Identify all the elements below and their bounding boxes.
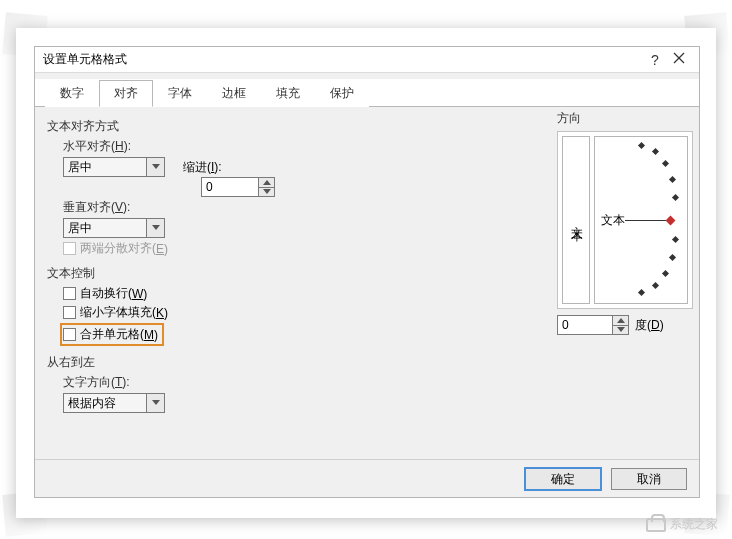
svg-marker-6: [152, 400, 160, 405]
tab-alignment[interactable]: 对齐: [99, 80, 153, 107]
house-icon: [646, 518, 666, 532]
chevron-down-icon: [146, 158, 164, 176]
vertical-align-combo[interactable]: 居中: [63, 218, 165, 238]
degree-value: 0: [558, 316, 612, 334]
text-direction-value: 根据内容: [64, 394, 146, 412]
dial-label: 文本: [601, 212, 625, 229]
svg-marker-7: [617, 318, 625, 323]
dialog-title: 设置单元格格式: [43, 51, 643, 68]
orientation-panel: 方向 文本 文本: [557, 107, 693, 335]
checkbox-icon: [63, 328, 76, 341]
dial-needle: [625, 220, 669, 221]
help-button[interactable]: ?: [643, 52, 667, 68]
svg-marker-2: [152, 164, 160, 169]
indent-value: 0: [202, 178, 258, 196]
spinner-down-icon[interactable]: [259, 188, 274, 197]
spinner-up-icon[interactable]: [259, 178, 274, 188]
close-icon: [673, 52, 685, 64]
checkbox-icon: [63, 287, 76, 300]
chevron-down-icon: [146, 394, 164, 412]
text-direction-label: 文字方向(T):: [63, 374, 687, 391]
vertical-align-value: 居中: [64, 219, 146, 237]
tab-border[interactable]: 边框: [207, 80, 261, 107]
dialog-button-bar: 确定 取消: [35, 459, 699, 497]
watermark: 系统之家: [646, 516, 718, 533]
spinner-down-icon[interactable]: [613, 326, 628, 335]
dial-end-marker: [666, 216, 676, 226]
svg-marker-5: [152, 225, 160, 230]
svg-marker-3: [263, 180, 271, 185]
ok-button[interactable]: 确定: [525, 468, 601, 490]
indent-spinner[interactable]: 0: [201, 177, 275, 197]
text-direction-combo[interactable]: 根据内容: [63, 393, 165, 413]
horizontal-align-combo[interactable]: 居中: [63, 157, 165, 177]
orientation-dial[interactable]: 文本: [594, 136, 688, 304]
tab-fill[interactable]: 填充: [261, 80, 315, 107]
indent-label: 缩进(I):: [183, 159, 222, 176]
title-bar: 设置单元格格式 ?: [35, 47, 699, 73]
checkbox-icon: [63, 242, 76, 255]
cancel-button[interactable]: 取消: [611, 468, 687, 490]
svg-marker-8: [617, 327, 625, 332]
horizontal-align-value: 居中: [64, 158, 146, 176]
rtl-group: 从右到左: [47, 354, 687, 371]
spinner-up-icon[interactable]: [613, 316, 628, 326]
chevron-down-icon: [146, 219, 164, 237]
merge-cells-checkbox[interactable]: 合并单元格(M): [60, 323, 164, 346]
vertical-text-button[interactable]: 文本: [562, 136, 590, 304]
checkbox-icon: [63, 306, 76, 319]
close-button[interactable]: [667, 52, 691, 67]
tab-strip: 数字 对齐 字体 边框 填充 保护: [35, 79, 699, 107]
tab-font[interactable]: 字体: [153, 80, 207, 107]
degree-label: 度(D): [635, 317, 664, 334]
degree-spinner[interactable]: 0: [557, 315, 629, 335]
orientation-group: 方向: [557, 110, 693, 127]
tab-protection[interactable]: 保护: [315, 80, 369, 107]
svg-marker-4: [263, 189, 271, 194]
tab-number[interactable]: 数字: [45, 80, 99, 107]
format-cells-dialog: 设置单元格格式 ? 数字 对齐 字体 边框 填充 保护 文本对齐方式 水平对齐(…: [34, 46, 700, 498]
alignment-panel: 文本对齐方式 水平对齐(H): 居中 缩进(I): 0 垂: [35, 107, 699, 465]
